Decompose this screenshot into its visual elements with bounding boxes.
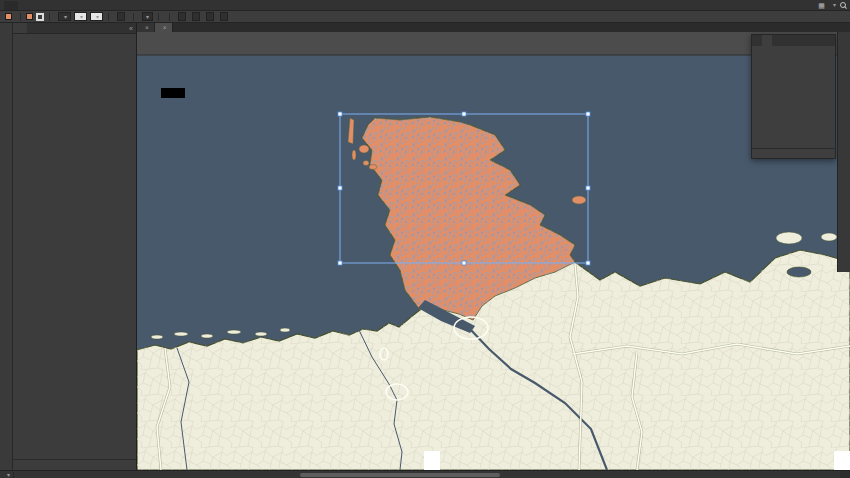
width-field[interactable] xyxy=(206,12,214,21)
tab-farbe[interactable] xyxy=(752,35,762,46)
swatches-panel xyxy=(751,34,836,159)
y-field[interactable] xyxy=(192,12,200,21)
document-tab-2[interactable]: × xyxy=(155,23,173,32)
stroke-weight-field[interactable]: ▾ xyxy=(58,12,71,21)
illustrator-window: ▦ ▾ ▾ ▾ ▾ ▾ xyxy=(0,0,850,478)
swatches-panel-footer xyxy=(752,148,835,158)
control-bar: ▾ ▾ ▾ ▾ xyxy=(0,11,850,23)
menu-bar: ▦ ▾ xyxy=(0,0,850,11)
chevron-down-icon: ▾ xyxy=(833,0,836,11)
fill-swatch[interactable] xyxy=(26,13,33,20)
layers-panel-header: « xyxy=(13,23,136,34)
map-attribution[interactable] xyxy=(424,451,850,470)
swatches-panel-header xyxy=(752,35,835,46)
pasteboard xyxy=(137,32,850,55)
scrollbar-corner xyxy=(840,471,850,478)
layers-panel-empty xyxy=(13,34,136,459)
search-icon[interactable] xyxy=(840,2,846,8)
style-dropdown[interactable]: ▾ xyxy=(142,12,153,21)
x-field[interactable] xyxy=(178,12,186,21)
close-tab-icon[interactable]: × xyxy=(145,23,149,32)
tab-farbfelder[interactable] xyxy=(762,35,772,46)
height-field[interactable] xyxy=(220,12,228,21)
layers-panel-footer xyxy=(13,459,136,470)
attribution-osm[interactable] xyxy=(424,451,440,470)
close-tab-icon[interactable]: × xyxy=(163,23,167,32)
swatch-list-empty xyxy=(752,52,835,148)
chevron-down-icon: ▾ xyxy=(7,471,10,478)
width-profile-dropdown[interactable]: ▾ xyxy=(74,12,87,21)
stroke-swatch[interactable] xyxy=(36,13,44,21)
layers-panel: « xyxy=(13,23,137,470)
attribution-cartography[interactable] xyxy=(834,451,850,470)
panel-dock xyxy=(837,32,850,272)
selection-color-chip xyxy=(5,13,12,20)
layers-panel-tab[interactable] xyxy=(13,23,27,33)
workspace-icon: ▦ xyxy=(818,0,825,11)
status-bar: ▾ xyxy=(0,470,850,478)
map-title[interactable] xyxy=(161,88,185,98)
map-artwork xyxy=(137,32,850,470)
toolbar xyxy=(0,23,13,470)
brush-definition-dropdown[interactable]: ▾ xyxy=(90,12,103,21)
app-logo xyxy=(4,1,18,10)
lagoon xyxy=(787,267,811,277)
canvas[interactable] xyxy=(137,32,850,470)
collapse-panel-icon[interactable]: « xyxy=(126,23,136,34)
opacity-field[interactable] xyxy=(117,12,125,21)
document-tab-1[interactable]: × xyxy=(137,23,155,32)
horizontal-scrollbar[interactable] xyxy=(300,473,500,477)
document-tab-bar: × × xyxy=(137,23,850,32)
